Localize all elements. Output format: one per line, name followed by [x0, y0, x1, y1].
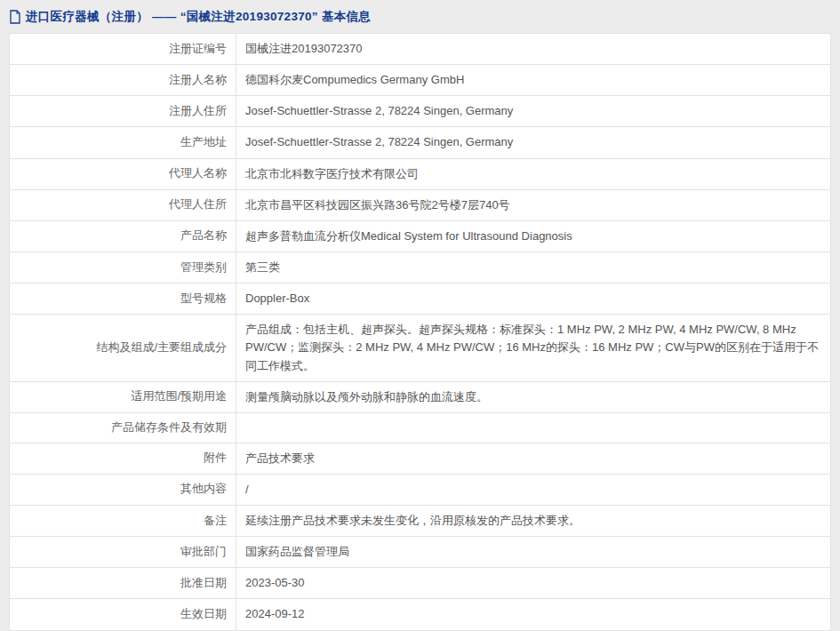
table-row: 备注延续注册产品技术要求未发生变化，沿用原核发的产品技术要求。: [10, 505, 831, 536]
row-value: 第三类: [236, 252, 831, 283]
table-row: 生效日期2024-09-12: [10, 599, 831, 630]
table-row: 适用范围/预期用途测量颅脑动脉以及颅外动脉和静脉的血流速度。: [10, 381, 831, 412]
row-value: 产品技术要求: [236, 443, 831, 474]
row-label: 注册证编号: [10, 34, 236, 65]
row-label-text: 结构及组成/主要组成成分: [96, 340, 227, 354]
row-value: Josef-Schuettler-Strasse 2, 78224 Singen…: [236, 127, 831, 158]
row-value: 2024-09-12: [236, 599, 831, 630]
page-title: 进口医疗器械（注册） —— “国械注进20193072370” 基本信息: [26, 9, 371, 25]
row-label-text: 注册人名称: [169, 73, 227, 86]
table-row: 注册人住所Josef-Schuettler-Strasse 2, 78224 S…: [10, 96, 831, 127]
row-value: 测量颅脑动脉以及颅外动脉和静脉的血流速度。: [236, 381, 831, 412]
table-row: 代理人住所北京市昌平区科技园区振兴路36号院2号楼7层740号: [10, 189, 831, 220]
row-label: 附件: [10, 443, 236, 474]
row-label-text: 审批部门: [180, 545, 227, 558]
row-value: /: [236, 474, 831, 505]
row-label-text: 生效日期: [180, 607, 227, 620]
table-row: 批准日期2023-05-30: [10, 568, 831, 599]
row-label-text: 产品名称: [180, 228, 227, 242]
table-row: 结构及组成/主要组成成分产品组成：包括主机、超声探头。超声探头规格：标准探头：1…: [10, 315, 831, 381]
row-value: Josef-Schuettler-Strasse 2, 78224 Singen…: [236, 96, 831, 127]
page: 进口医疗器械（注册） —— “国械注进20193072370” 基本信息 注册证…: [0, 0, 840, 631]
row-label-text: 附件: [204, 451, 227, 464]
row-label: 其他内容: [10, 474, 236, 505]
row-label: 生产地址: [10, 127, 236, 158]
row-value: Doppler-Box: [236, 284, 831, 315]
page-header: 进口医疗器械（注册） —— “国械注进20193072370” 基本信息: [0, 0, 840, 33]
row-label-text: 生产地址: [180, 135, 227, 148]
row-label-text: 型号规格: [180, 292, 227, 305]
row-value: 2023-05-30: [236, 568, 831, 599]
row-label-text: 备注: [204, 514, 227, 527]
row-label-text: 代理人名称: [169, 166, 227, 180]
row-value: 国家药品监督管理局: [236, 537, 831, 568]
table-row: 管理类别第三类: [10, 252, 831, 283]
row-value: [236, 412, 831, 443]
row-label: 产品储存条件及有效期: [10, 412, 236, 443]
row-label: 批准日期: [10, 568, 236, 599]
row-label-text: 代理人住所: [169, 197, 227, 211]
row-label: 代理人住所: [10, 189, 236, 220]
table-row: 注册证编号国械注进20193072370: [10, 34, 831, 65]
row-value: 国械注进20193072370: [236, 34, 831, 65]
row-label: 型号规格: [10, 284, 236, 315]
row-value: 产品组成：包括主机、超声探头。超声探头规格：标准探头：1 MHz PW, 2 M…: [236, 315, 831, 381]
row-label-text: 批准日期: [180, 576, 227, 589]
table-row: 审批部门国家药品监督管理局: [10, 537, 831, 568]
row-value: 北京市北科数字医疗技术有限公司: [236, 158, 831, 189]
row-value: 北京市昌平区科技园区振兴路36号院2号楼7层740号: [236, 189, 831, 220]
row-label: 结构及组成/主要组成成分: [10, 315, 236, 381]
row-label: 管理类别: [10, 252, 236, 283]
row-value: 延续注册产品技术要求未发生变化，沿用原核发的产品技术要求。: [236, 505, 831, 536]
document-icon: [9, 10, 21, 24]
row-label: 代理人名称: [10, 158, 236, 189]
row-label-text: 产品储存条件及有效期: [111, 420, 227, 434]
row-label: 备注: [10, 505, 236, 536]
table-row: 注册人名称德国科尔麦Compumedics Germany GmbH: [10, 65, 831, 96]
row-label-text: 其他内容: [180, 482, 227, 495]
row-label-text: 注册人住所: [169, 104, 227, 117]
table-row: 生产地址Josef-Schuettler-Strasse 2, 78224 Si…: [10, 127, 831, 158]
row-value: 德国科尔麦Compumedics Germany GmbH: [236, 65, 831, 96]
row-label: 适用范围/预期用途: [10, 381, 236, 412]
table-row: 附件产品技术要求: [10, 443, 831, 474]
table-row: 代理人名称北京市北科数字医疗技术有限公司: [10, 158, 831, 189]
info-table: 注册证编号国械注进20193072370注册人名称德国科尔麦Compumedic…: [9, 33, 831, 631]
row-value: 超声多普勒血流分析仪Medical System for Ultrasound …: [236, 220, 831, 252]
table-row: 产品储存条件及有效期: [10, 412, 831, 443]
row-label: 注册人住所: [10, 96, 236, 127]
row-label-text: 适用范围/预期用途: [131, 389, 227, 403]
table-row: 产品名称超声多普勒血流分析仪Medical System for Ultraso…: [10, 220, 831, 252]
row-label-text: 注册证编号: [169, 42, 227, 55]
table-row: 型号规格Doppler-Box: [10, 284, 831, 315]
row-label: 注册人名称: [10, 65, 236, 96]
table-row: 其他内容/: [10, 474, 831, 505]
row-label-text: 管理类别: [180, 260, 227, 274]
row-label: 审批部门: [10, 537, 236, 568]
row-label: 生效日期: [10, 599, 236, 630]
row-label: 产品名称: [10, 220, 236, 252]
